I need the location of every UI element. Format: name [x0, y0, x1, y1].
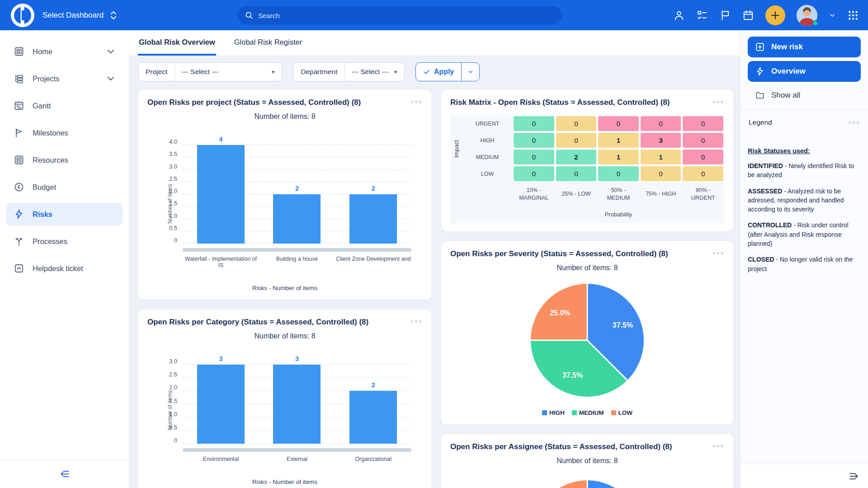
bar[interactable] [349, 194, 397, 244]
matrix-cell[interactable]: 3 [641, 133, 681, 148]
matrix-cell[interactable]: 0 [514, 150, 554, 164]
y-tick-label: 1.0 [159, 410, 177, 417]
card-menu-button[interactable] [712, 442, 724, 450]
sidebar-item-resources[interactable]: Resources [6, 149, 123, 171]
project-filter-select[interactable]: --- Select --- ▼ [175, 63, 282, 81]
horizontal-scrollbar[interactable] [183, 448, 411, 452]
card-menu-button[interactable] [410, 98, 422, 106]
matrix-cell[interactable]: 2 [556, 150, 597, 164]
sidebar-item-label: Helpdesk ticket [33, 264, 116, 273]
chart-subtitle: Number of items: 8 [450, 457, 724, 465]
user-avatar[interactable] [797, 5, 817, 26]
main-content: Global Risk Overview Global Risk Registe… [129, 30, 740, 488]
collapse-panel-icon[interactable] [847, 470, 861, 482]
app-grid-icon[interactable] [847, 9, 859, 21]
search-bar[interactable] [237, 6, 562, 25]
matrix-column-label: 10% - MARGINAL [513, 182, 555, 206]
matrix-cell[interactable]: 0 [683, 150, 723, 164]
show-all-button[interactable]: Show all [748, 85, 861, 105]
card-menu-button[interactable] [410, 318, 422, 325]
tab-global-risk-overview[interactable]: Global Risk Overview [138, 30, 216, 56]
tab-global-risk-register[interactable]: Global Risk Register [233, 30, 303, 56]
probability-axis-label: Probability [513, 206, 724, 223]
sidebar-item-risks[interactable]: Risks [6, 203, 123, 225]
matrix-cell[interactable]: 1 [598, 150, 639, 164]
matrix-cell[interactable]: 0 [641, 166, 681, 181]
matrix-cell[interactable]: 0 [683, 166, 723, 181]
legend-swatch [542, 410, 547, 415]
y-tick-label: 3.5 [159, 150, 177, 157]
plot-area: 00.51.01.52.02.53.0332 [183, 352, 411, 444]
svg-text:€: € [18, 184, 20, 190]
folder-icon [755, 90, 765, 100]
bar-value-label: 3 [273, 355, 321, 362]
filter-bar: Project --- Select --- ▼ Department --- … [129, 56, 740, 81]
calendar-icon[interactable] [742, 9, 754, 21]
chevron-down-icon[interactable] [829, 12, 836, 19]
new-risk-button[interactable]: New risk [748, 37, 861, 57]
risks-icon [14, 209, 24, 220]
sidebar-item-processes[interactable]: Processes [6, 230, 123, 253]
dashboard-column-right: Risk Matrix - Open Risks (Status = Asses… [441, 89, 734, 488]
matrix-cell[interactable]: 0 [641, 116, 681, 131]
search-input[interactable] [258, 12, 555, 19]
risk-matrix-grid: ImpactURGENT00000HIGH00130MEDIUM02110LOW… [450, 115, 724, 223]
bar[interactable] [273, 365, 321, 444]
sidebar-item-label: Gantt [33, 102, 116, 110]
matrix-cell[interactable]: 1 [641, 150, 681, 164]
matrix-cell[interactable]: 0 [514, 166, 554, 181]
matrix-cell[interactable]: 0 [683, 116, 723, 131]
collapse-sidebar-icon[interactable] [58, 468, 71, 480]
department-filter-select[interactable]: --- Select --- ▼ [345, 63, 404, 81]
sidebar-item-projects[interactable]: Projects [6, 67, 123, 90]
sidebar-item-home[interactable]: Home [6, 40, 123, 63]
app-logo-icon[interactable] [11, 4, 34, 27]
matrix-cell[interactable]: 0 [683, 133, 723, 148]
flag-icon[interactable] [719, 9, 731, 21]
pie-slice-separator [587, 480, 588, 488]
bar[interactable] [273, 194, 321, 244]
matrix-cell[interactable]: 0 [514, 116, 554, 131]
x-category-label: Environmental [183, 456, 259, 462]
matrix-cell[interactable]: 0 [556, 116, 597, 131]
card-risk-matrix: Risk Matrix - Open Risks (Status = Asses… [441, 89, 734, 232]
sidebar-item-budget[interactable]: €Budget [6, 176, 123, 198]
x-category-label: Organizational [335, 456, 411, 462]
matrix-cell[interactable]: 0 [598, 166, 639, 181]
matrix-cell[interactable]: 0 [556, 166, 597, 181]
legend-title: Legend [749, 118, 772, 127]
apply-options-button[interactable] [461, 63, 479, 81]
bar[interactable] [349, 391, 397, 444]
y-tick-label: 0.5 [159, 224, 177, 231]
projects-icon [14, 73, 24, 84]
chart-caption: Risks - Number of items [147, 479, 422, 485]
card-menu-button[interactable] [712, 98, 724, 106]
sidebar-item-milestones[interactable]: Milestones [6, 122, 123, 144]
horizontal-scrollbar[interactable] [183, 248, 411, 252]
y-tick-label: 2.0 [159, 384, 177, 391]
y-tick-label: 0 [159, 237, 177, 244]
divider [741, 110, 868, 110]
matrix-cell[interactable]: 0 [598, 116, 639, 131]
y-tick-label: 2.5 [159, 175, 177, 182]
legend-menu-button[interactable] [848, 119, 860, 127]
tasks-checklist-icon[interactable] [696, 9, 708, 21]
matrix-cell[interactable]: 1 [598, 133, 639, 148]
project-filter-value: --- Select --- [181, 68, 219, 76]
quick-add-button[interactable] [765, 5, 785, 25]
overview-button[interactable]: Overview [748, 61, 861, 82]
bar[interactable] [197, 145, 245, 244]
right-panel: New risk Overview Show all Legend Risk S… [740, 30, 868, 488]
dashboard-selector[interactable]: Select Dashboard [42, 10, 117, 20]
sidebar-item-helpdesk-ticket[interactable]: Helpdesk ticket [6, 257, 123, 280]
card-title: Risk Matrix - Open Risks (Status = Asses… [450, 98, 670, 107]
apply-button[interactable]: Apply [416, 63, 461, 81]
sidebar-item-gantt[interactable]: Gantt [6, 94, 123, 117]
matrix-cell[interactable]: 0 [556, 133, 597, 148]
user-icon[interactable] [673, 9, 685, 21]
card-menu-button[interactable] [712, 249, 724, 257]
matrix-row-label: HIGH [462, 132, 513, 149]
milestones-icon [14, 127, 24, 138]
matrix-cell[interactable]: 0 [514, 133, 554, 148]
bar[interactable] [197, 365, 245, 444]
